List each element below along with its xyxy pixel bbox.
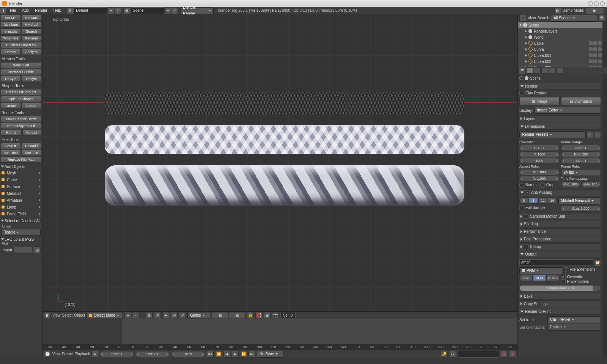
outliner-row[interactable]: Curva.002 [518, 58, 602, 64]
tl-menu-view[interactable]: View [52, 352, 61, 356]
btn-typehere[interactable]: Type here [1, 35, 21, 41]
jump-start-icon[interactable]: ⏮ [207, 351, 214, 358]
render-anim-button[interactable]: 🎞Animation [561, 97, 601, 105]
panel-render-to-print[interactable]: Render to Print [519, 308, 602, 315]
remap-old-field[interactable]: Old: 100 [561, 181, 580, 187]
placeholders-checkbox[interactable] [561, 279, 566, 284]
manipulator-icon[interactable]: ↗ [154, 312, 161, 319]
ol-menu-view[interactable]: View [528, 16, 536, 20]
layout-del-icon[interactable]: × [114, 7, 121, 14]
panel-performance[interactable]: Performance [519, 228, 602, 235]
engine-dropdown[interactable]: Blender Render [180, 7, 214, 14]
render-preview-icon[interactable]: 📷 [272, 312, 279, 319]
panel-shading[interactable]: Shading [519, 221, 602, 228]
res-y-field[interactable]: Y: 1080 [519, 151, 560, 157]
btn-set-max[interactable]: Set Max [22, 15, 42, 21]
info-editor-icon[interactable]: ℹ [0, 7, 7, 14]
btn-save[interactable]: Save Ir [1, 143, 21, 149]
tab-scene[interactable] [534, 67, 541, 74]
render-icon[interactable] [598, 60, 602, 63]
set-orient-dropdown[interactable]: Portrait [547, 324, 601, 331]
add-armature[interactable]: Armature [0, 197, 42, 204]
outliner-filter-dropdown[interactable]: All Scenes [551, 15, 597, 22]
aa-size-field[interactable]: Size: 1.000 [561, 206, 601, 212]
import-browse-icon[interactable]: ⊞ [34, 246, 41, 253]
timeline-editor-icon[interactable]: 🕐 [44, 351, 51, 358]
menu-render[interactable]: Render [32, 7, 50, 14]
scene-name-field[interactable]: Scene [130, 7, 164, 14]
btn-initials[interactable]: e initials [1, 28, 21, 35]
eye-icon[interactable] [589, 60, 593, 63]
aspect-y-field[interactable]: Y: 1.000 [519, 176, 560, 182]
btn-render[interactable]: Render [22, 130, 41, 136]
clay-render-checkbox[interactable] [519, 91, 524, 96]
btn-search[interactable]: Search [22, 28, 42, 35]
btn-set-min[interactable]: Set Min [1, 15, 21, 21]
manip-move-icon[interactable]: ⬌ [162, 312, 169, 319]
scene-crumb-label[interactable]: Scene [530, 76, 541, 80]
path-browse-icon[interactable]: 📁 [594, 259, 601, 266]
timeline-track[interactable] [42, 319, 517, 344]
btn-create-a[interactable]: Create [1, 103, 21, 109]
ren-count-field[interactable]: Ren: 2 [1, 130, 22, 136]
color-rgb[interactable]: RGB [533, 275, 546, 281]
res-x-field[interactable]: X: 1920 [519, 145, 560, 151]
frame-start-field[interactable]: Start: 1 [561, 145, 601, 151]
eye-icon[interactable] [589, 47, 593, 51]
orientation-dropdown[interactable]: Global [187, 312, 210, 319]
display-dropdown[interactable]: Image Editor [535, 107, 601, 114]
preset-add-icon[interactable]: + [587, 131, 593, 138]
keyframe-prev-icon[interactable]: ⏪ [215, 351, 222, 358]
close-icon[interactable] [600, 1, 605, 6]
jump-end-icon[interactable]: ⏭ [248, 351, 255, 358]
add-metaball[interactable]: Metaball [0, 190, 42, 197]
panel-stamp[interactable]: Stamp [519, 243, 602, 250]
play-icon[interactable]: ▶ [232, 351, 239, 358]
current-frame-field[interactable]: 1073 [171, 351, 205, 357]
layers-6-10-icon[interactable]: ▦ [229, 312, 245, 319]
aa-11[interactable]: 11 [538, 198, 547, 204]
panel-dimensions[interactable]: Dimensions [519, 123, 602, 130]
btn-apply-m[interactable]: Apply M [22, 49, 42, 55]
sync-dropdown[interactable]: No Sync [257, 351, 283, 358]
btn-replace-path[interactable]: Replace File Path [1, 157, 41, 163]
select-icon[interactable] [593, 60, 597, 63]
add-mesh[interactable]: Mesh [0, 169, 42, 176]
disclosure-icon[interactable] [525, 60, 527, 63]
aa-5[interactable]: 5 [519, 198, 528, 204]
vp-menu-select[interactable]: Select [62, 313, 73, 317]
select-icon[interactable] [593, 53, 597, 57]
tab-render[interactable] [526, 67, 533, 74]
record-icon[interactable]: ● [91, 351, 98, 358]
menu-add[interactable]: Add [19, 7, 32, 14]
pivot-icon[interactable]: ⊕ [146, 312, 153, 319]
crop-checkbox[interactable] [540, 183, 545, 188]
props-editor-icon[interactable]: ☰ [519, 67, 525, 74]
btn-render-batch[interactable]: Make Render Batch [1, 116, 41, 122]
outliner-row[interactable]: Curva.001 [518, 52, 602, 58]
full-sample-checkbox[interactable] [519, 206, 524, 210]
aa-filter-dropdown[interactable]: Mitchell-Netravali [558, 198, 601, 204]
outliner[interactable]: SceneRenderLayersWorldCableCurvaCurva.00… [518, 22, 602, 67]
import-field[interactable] [14, 247, 32, 253]
select-icon[interactable] [593, 41, 597, 45]
keyingset-icon[interactable]: 🗝 [449, 351, 456, 358]
snap-type-icon[interactable]: ▣ [264, 312, 270, 319]
btn-normals-outside[interactable]: Normals Outside [1, 69, 41, 75]
set-from-dropdown[interactable]: Cm--->Pixel [547, 316, 601, 323]
scene-add-icon[interactable]: + [164, 7, 171, 14]
keyframe-next-icon[interactable]: ⏩ [240, 351, 247, 358]
tab-constraints[interactable] [557, 67, 563, 74]
menu-file[interactable]: File [7, 7, 19, 14]
add-objects-header[interactable]: Add Objects [0, 163, 42, 169]
outliner-row[interactable]: World [518, 34, 602, 40]
res-pct-field[interactable]: 50% [519, 158, 560, 164]
render-image-button[interactable]: 🖼Image [519, 97, 560, 105]
preset-remove-icon[interactable]: − [594, 131, 601, 138]
render-presets-dropdown[interactable]: Render Presets [519, 131, 586, 138]
autokey-icon[interactable]: 🔑 [441, 351, 448, 358]
lock-camera-icon[interactable]: 🔒 [247, 312, 254, 319]
btn-resym-a[interactable]: ReSym [1, 76, 21, 82]
end-frame-field[interactable]: End: 250 [135, 351, 170, 357]
vp-menu-view[interactable]: View [52, 313, 61, 317]
